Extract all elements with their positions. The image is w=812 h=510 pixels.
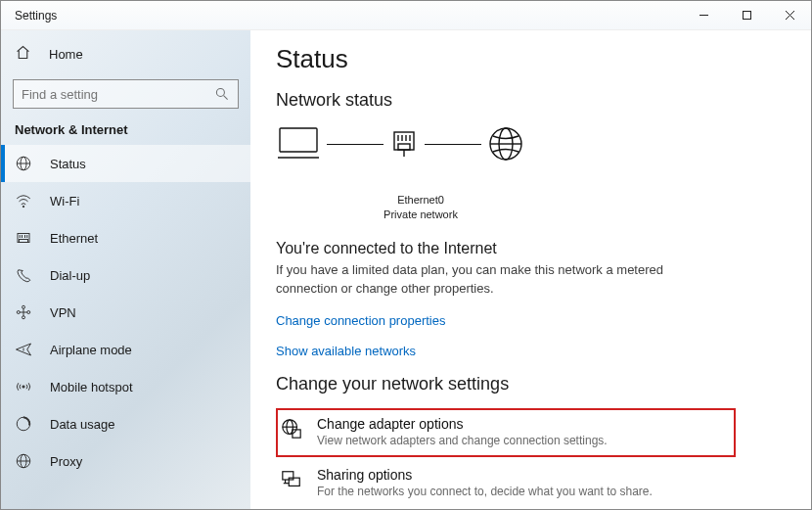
sidebar-item-ethernet[interactable]: Ethernet [1, 219, 250, 256]
sidebar-item-label: Dial-up [50, 268, 90, 283]
sidebar-item-datausage[interactable]: Data usage [1, 405, 250, 442]
svg-rect-27 [280, 128, 317, 152]
svg-point-22 [23, 386, 24, 388]
svg-point-4 [216, 88, 224, 96]
dialup-icon [15, 266, 32, 284]
show-available-networks-link[interactable]: Show available networks [276, 344, 786, 358]
setting-title: Change adapter options [317, 416, 608, 432]
sidebar-item-label: Status [50, 157, 86, 171]
network-status-heading: Network status [276, 90, 786, 111]
network-type: Private network [362, 208, 479, 222]
search-icon [214, 86, 230, 102]
window-title: Settings [1, 9, 57, 23]
close-button[interactable] [768, 1, 811, 30]
status-icon [15, 155, 32, 172]
sharing-options-row[interactable]: Sharing options For the networks you con… [276, 459, 736, 508]
svg-rect-42 [293, 430, 300, 438]
vpn-icon [15, 303, 32, 321]
svg-rect-1 [743, 12, 750, 20]
sidebar-item-airplane[interactable]: Airplane mode [1, 331, 250, 368]
minimize-button[interactable] [682, 1, 725, 30]
sidebar-section-title: Network & Internet [1, 122, 250, 145]
hotspot-icon [15, 378, 32, 395]
svg-rect-29 [394, 132, 414, 150]
svg-rect-43 [283, 472, 293, 480]
setting-title: Sharing options [317, 467, 653, 483]
home-icon [15, 44, 31, 64]
svg-line-5 [224, 96, 228, 100]
sidebar-item-vpn[interactable]: VPN [1, 294, 250, 331]
home-button[interactable]: Home [1, 36, 250, 73]
network-diagram [276, 124, 786, 191]
pc-icon [276, 124, 321, 191]
home-label: Home [49, 47, 83, 62]
maximize-button[interactable] [725, 1, 768, 30]
page-title: Status [276, 44, 786, 74]
settings-window: Settings Home Networ [0, 0, 812, 510]
adapter-options-icon [280, 416, 303, 440]
sidebar-item-label: Wi-Fi [50, 194, 79, 209]
connected-heading: You're connected to the Internet [276, 240, 786, 257]
sidebar-item-label: Data usage [50, 417, 115, 432]
change-connection-properties-link[interactable]: Change connection properties [276, 313, 786, 328]
svg-point-19 [23, 316, 25, 319]
setting-desc: View network adapters and change connect… [317, 434, 608, 447]
sidebar-nav: Status Wi-Fi Ethernet [1, 145, 250, 480]
globe-icon [487, 125, 524, 190]
change-network-settings-heading: Change your network settings [276, 374, 786, 394]
sidebar-item-label: Ethernet [50, 231, 98, 246]
adapter-icon [389, 129, 419, 186]
title-bar: Settings [1, 1, 811, 30]
sharing-icon [280, 467, 303, 490]
sidebar-item-label: Airplane mode [50, 343, 132, 357]
sidebar-item-wifi[interactable]: Wi-Fi [1, 182, 250, 219]
sidebar-item-status[interactable]: Status [1, 145, 250, 182]
sidebar: Home Network & Internet Status [1, 30, 250, 509]
svg-point-16 [17, 311, 20, 314]
setting-desc: For the networks you connect to, decide … [317, 485, 653, 498]
svg-rect-30 [398, 144, 410, 150]
ethernet-icon [15, 229, 32, 247]
connected-desc: If you have a limited data plan, you can… [276, 261, 697, 299]
sidebar-item-label: Mobile hotspot [50, 380, 133, 394]
search-input[interactable] [22, 87, 214, 102]
svg-point-17 [27, 311, 30, 314]
sidebar-item-label: Proxy [50, 454, 82, 469]
svg-rect-44 [289, 479, 299, 487]
adapter-name: Ethernet0 [362, 193, 479, 208]
change-adapter-options-row[interactable]: Change adapter options View network adap… [276, 408, 736, 457]
wifi-icon [15, 192, 32, 209]
airplane-icon [15, 341, 32, 358]
search-box[interactable] [13, 79, 239, 109]
svg-rect-11 [20, 240, 28, 243]
diagram-caption: Ethernet0 Private network [362, 193, 479, 222]
sidebar-item-dialup[interactable]: Dial-up [1, 256, 250, 294]
datausage-icon [15, 415, 32, 433]
sidebar-item-proxy[interactable]: Proxy [1, 442, 250, 480]
main-content: Status Network status Ethe [250, 30, 811, 509]
sidebar-item-hotspot[interactable]: Mobile hotspot [1, 368, 250, 405]
svg-point-18 [23, 305, 25, 308]
proxy-icon [15, 452, 32, 470]
sidebar-item-label: VPN [50, 305, 76, 320]
svg-point-9 [23, 206, 24, 208]
